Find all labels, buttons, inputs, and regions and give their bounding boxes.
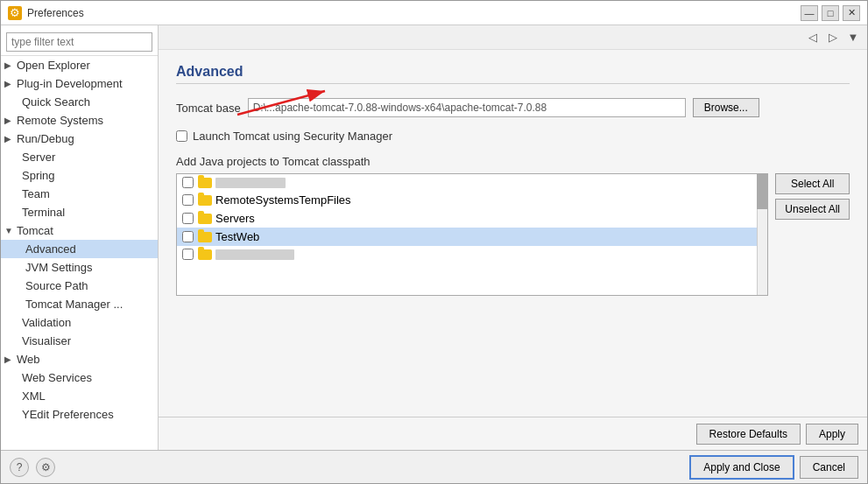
panel-body: Advanced Tomcat base Browse...: [159, 50, 867, 417]
sidebar-label: Team: [22, 187, 50, 200]
sidebar-item-server[interactable]: Server: [1, 148, 158, 166]
sidebar-item-advanced[interactable]: Advanced: [1, 240, 158, 258]
classpath-section-label: Add Java projects to Tomcat classpath: [176, 155, 850, 168]
sidebar-label: YEdit Preferences: [22, 408, 114, 421]
blurred-label: [215, 249, 294, 260]
sidebar-label: Terminal: [22, 206, 65, 219]
sidebar-item-plugin-dev[interactable]: ▶ Plug-in Development: [1, 74, 158, 93]
sidebar-item-quick-search[interactable]: Quick Search: [1, 93, 158, 111]
footer-bar: ? ⚙ Apply and Close Cancel: [1, 450, 867, 483]
sidebar-label: Source Path: [25, 279, 88, 292]
sidebar-item-remote-systems[interactable]: ▶ Remote Systems: [1, 111, 158, 130]
tree-arrow: ▶: [4, 116, 15, 125]
bottom-bar: Restore Defaults Apply: [159, 417, 867, 450]
sidebar-label: Visualiser: [22, 334, 71, 347]
item-checkbox[interactable]: [182, 249, 194, 260]
list-item-remote-temp[interactable]: RemoteSystemsTempFiles: [177, 191, 767, 209]
sidebar-label: Tomcat: [17, 224, 53, 237]
classpath-list[interactable]: RemoteSystemsTempFiles Servers Tes: [176, 173, 768, 296]
sidebar-search-container: [1, 29, 158, 56]
tree-arrow: ▶: [4, 134, 15, 144]
folder-icon: [198, 232, 212, 242]
window-controls: — □ ✕: [801, 5, 860, 21]
select-all-button[interactable]: Select All: [775, 173, 850, 194]
folder-icon: [198, 214, 212, 224]
help-button[interactable]: ?: [10, 458, 29, 477]
apply-button[interactable]: Apply: [806, 424, 858, 445]
item-checkbox[interactable]: [182, 231, 194, 242]
security-manager-checkbox[interactable]: [176, 130, 187, 142]
preferences-window: ⚙ Preferences — □ ✕ ▶ Open Explorer ▶ Pl…: [0, 0, 868, 484]
blurred-label: [215, 178, 286, 188]
list-item-testweb[interactable]: TestWeb: [177, 228, 767, 246]
minimize-button[interactable]: —: [801, 5, 818, 21]
sidebar-label: Open Explorer: [17, 59, 90, 72]
settings-icon-button[interactable]: ⚙: [36, 458, 55, 477]
sidebar-label: Web Services: [22, 371, 92, 384]
sidebar-label: Advanced: [25, 242, 76, 256]
item-checkbox[interactable]: [182, 213, 194, 224]
window-title: Preferences: [27, 7, 801, 19]
unselect-all-button[interactable]: Unselect All: [775, 199, 850, 220]
classpath-area: RemoteSystemsTempFiles Servers Tes: [176, 173, 850, 296]
sidebar-item-open-explorer[interactable]: ▶ Open Explorer: [1, 56, 158, 74]
classpath-buttons: Select All Unselect All: [775, 173, 850, 296]
sidebar-item-web[interactable]: ▶ Web: [1, 350, 158, 368]
sidebar-label: Plug-in Development: [17, 77, 123, 90]
sidebar: ▶ Open Explorer ▶ Plug-in Development Qu…: [1, 25, 159, 450]
sidebar-item-visualiser[interactable]: Visualiser: [1, 332, 158, 350]
list-scrollbar[interactable]: [757, 174, 767, 295]
cancel-button[interactable]: Cancel: [800, 456, 858, 479]
tree-arrow: ▶: [4, 79, 15, 88]
sidebar-label: Tomcat Manager ...: [25, 298, 123, 311]
sidebar-label: Remote Systems: [17, 114, 103, 127]
sidebar-label: Run/Debug: [17, 132, 74, 145]
title-bar: ⚙ Preferences — □ ✕: [1, 1, 867, 25]
security-manager-label: Launch Tomcat using Security Manager: [193, 130, 392, 143]
dropdown-button[interactable]: ▼: [844, 29, 862, 46]
maximize-button[interactable]: □: [822, 5, 839, 21]
panel-toolbar: ◁ ▷ ▼: [159, 25, 867, 50]
list-item-blurred[interactable]: [177, 246, 767, 263]
browse-button[interactable]: Browse...: [693, 98, 759, 117]
list-item[interactable]: [177, 174, 767, 191]
scrollbar-thumb: [757, 174, 767, 209]
app-icon: ⚙: [8, 6, 22, 20]
list-item-servers[interactable]: Servers: [177, 209, 767, 228]
tree-arrow: ▶: [4, 354, 15, 364]
sidebar-item-terminal[interactable]: Terminal: [1, 203, 158, 221]
item-label: TestWeb: [215, 230, 259, 243]
sidebar-item-source-path[interactable]: Source Path: [1, 277, 158, 295]
tree-arrow: ▶: [4, 60, 15, 70]
sidebar-item-spring[interactable]: Spring: [1, 166, 158, 185]
sidebar-item-team[interactable]: Team: [1, 185, 158, 203]
sidebar-item-run-debug[interactable]: ▶ Run/Debug: [1, 130, 158, 148]
close-button[interactable]: ✕: [843, 5, 860, 21]
item-checkbox[interactable]: [182, 194, 194, 206]
sidebar-label: Web: [17, 353, 40, 366]
tomcat-base-row: Tomcat base Browse...: [176, 98, 850, 117]
item-checkbox[interactable]: [182, 177, 194, 188]
sidebar-item-xml[interactable]: XML: [1, 387, 158, 405]
forward-button[interactable]: ▷: [824, 29, 842, 46]
tomcat-base-input[interactable]: [248, 98, 686, 117]
help-icons: ? ⚙: [10, 458, 55, 477]
tree-arrow-expand: ▼: [4, 226, 15, 235]
sidebar-item-tomcat-manager[interactable]: Tomcat Manager ...: [1, 295, 158, 313]
sidebar-item-tomcat[interactable]: ▼ Tomcat: [1, 221, 158, 240]
tomcat-base-label: Tomcat base: [176, 102, 241, 115]
sidebar-label: Server: [22, 151, 55, 164]
sidebar-item-validation[interactable]: Validation: [1, 313, 158, 332]
sidebar-item-yedit[interactable]: YEdit Preferences: [1, 405, 158, 424]
apply-and-close-button[interactable]: Apply and Close: [689, 455, 794, 480]
folder-icon: [198, 195, 212, 206]
sidebar-label: Quick Search: [22, 95, 90, 109]
back-button[interactable]: ◁: [804, 29, 822, 46]
security-manager-row: Launch Tomcat using Security Manager: [176, 130, 850, 143]
panel-title: Advanced: [176, 64, 850, 84]
restore-defaults-button[interactable]: Restore Defaults: [696, 424, 801, 445]
sidebar-item-web-services[interactable]: Web Services: [1, 368, 158, 387]
sidebar-item-jvm-settings[interactable]: JVM Settings: [1, 258, 158, 277]
sidebar-label: JVM Settings: [25, 261, 93, 274]
search-input[interactable]: [6, 32, 152, 52]
